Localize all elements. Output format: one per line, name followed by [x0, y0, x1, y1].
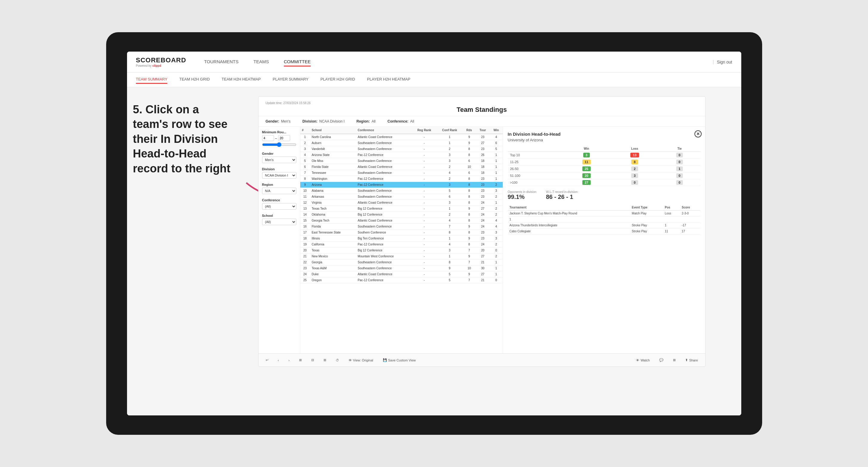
- gender-filter-select[interactable]: Men's: [262, 157, 297, 163]
- toolbar-paste[interactable]: ⊟: [309, 357, 316, 363]
- table-row[interactable]: 23 Texas A&M Southeastern Conference - 9…: [300, 266, 503, 271]
- table-row[interactable]: 14 Oklahoma Big 12 Conference - 2 8 24 2: [300, 212, 503, 218]
- toolbar-paste2[interactable]: ⊞: [321, 357, 329, 363]
- share-icon: ⬆: [685, 358, 688, 362]
- h2h-tie: 0: [659, 179, 700, 186]
- sub-nav-player-h2h-heatmap[interactable]: PLAYER H2H HEATMAP: [367, 75, 410, 84]
- sub-nav-player-summary[interactable]: PLAYER SUMMARY: [273, 75, 309, 84]
- table-row[interactable]: 1 North Carolina Atlantic Coast Conferen…: [300, 134, 503, 140]
- table-row[interactable]: 4 Arizona State Pac-12 Conference - 3 8 …: [300, 152, 503, 158]
- school-filter-select[interactable]: (All): [262, 219, 297, 225]
- h2h-close-button[interactable]: ✕: [694, 130, 702, 137]
- table-row[interactable]: 18 Illinois Big Ten Conference - 1 9 23 …: [300, 236, 503, 242]
- cell-tour: 18: [475, 170, 490, 176]
- tournament-header-row: Tournament Event Type Pos Score: [508, 205, 701, 211]
- table-row[interactable]: 24 Duke Atlantic Coast Conference - 5 9 …: [300, 271, 503, 277]
- table-row[interactable]: 7 Tennessee Southeastern Conference - 4 …: [300, 170, 503, 176]
- table-row[interactable]: 6 Florida State Atlantic Coast Conferenc…: [300, 164, 503, 170]
- toolbar-save-custom[interactable]: 💾 Save Custom View: [380, 357, 418, 363]
- t-name: 1: [508, 217, 630, 222]
- toolbar-watch[interactable]: 👁 Watch: [633, 357, 652, 363]
- cell-conference: Big 12 Conference: [356, 248, 412, 253]
- cell-win: 4: [490, 224, 503, 229]
- t-type: [630, 217, 663, 222]
- sub-nav-player-h2h-grid[interactable]: PLAYER H2H GRID: [320, 75, 355, 84]
- col-rank: #: [300, 127, 310, 134]
- panel-header: Update time: 27/03/2024 15:56:26 Team St…: [258, 97, 705, 116]
- region-filter-label: Region: [262, 183, 297, 186]
- table-row[interactable]: 2 Auburn Southeastern Conference - 1 9 2…: [300, 140, 503, 146]
- annotation-text: 5. Click on a team's row to see their In…: [133, 102, 235, 176]
- toolbar-comment[interactable]: 💬: [657, 357, 666, 363]
- cell-conference: Atlantic Coast Conference: [356, 218, 412, 224]
- watch-icon: 👁: [636, 359, 639, 362]
- table-row[interactable]: 17 East Tennessee State Southern Confere…: [300, 229, 503, 236]
- cell-rds: 9: [463, 140, 476, 146]
- table-row[interactable]: 13 Texas Tech Big 12 Conference - 1 9 27…: [300, 206, 503, 212]
- toolbar-view-original[interactable]: 👁 View: Original: [346, 357, 376, 363]
- cell-rds: 8: [463, 229, 476, 236]
- table-row[interactable]: 9 Arizona Pac-12 Conference - 3 8 23 2: [300, 182, 503, 188]
- cell-rank: 6: [300, 164, 310, 170]
- cell-rds: 8: [463, 242, 476, 248]
- cell-school: Arkansas: [310, 194, 356, 200]
- min-rounds-slider[interactable]: [262, 142, 297, 147]
- toolbar-back[interactable]: ‹: [276, 357, 281, 363]
- nav-committee[interactable]: COMMITTEE: [284, 58, 311, 66]
- toolbar-layout[interactable]: ⊞: [671, 357, 678, 363]
- filter-group-conference: Conference (All): [262, 198, 297, 210]
- min-rounds-max-input[interactable]: [278, 135, 290, 141]
- table-row[interactable]: 10 Alabama Southeastern Conference - 5 8…: [300, 188, 503, 194]
- table-row[interactable]: 25 Oregon Pac-12 Conference - 5 7 21 0: [300, 277, 503, 283]
- table-row[interactable]: 3 Vanderbilt Southeastern Conference - 2…: [300, 146, 503, 152]
- sub-nav-team-summary[interactable]: TEAM SUMMARY: [136, 75, 167, 84]
- cell-rank: 21: [300, 253, 310, 259]
- region-filter-select[interactable]: N/A: [262, 188, 297, 194]
- cell-tour: 24: [475, 224, 490, 229]
- cell-rds: 7: [463, 277, 476, 283]
- cell-school: Florida State: [310, 164, 356, 170]
- toolbar-undo[interactable]: ↩: [263, 357, 271, 363]
- cell-win: 3: [490, 236, 503, 242]
- cell-rds: 9: [463, 134, 476, 140]
- h2h-col-tie: Tie: [659, 146, 700, 152]
- gender-filter-label: Gender: [262, 152, 297, 155]
- table-row[interactable]: 12 Virginia Atlantic Coast Conference - …: [300, 200, 503, 206]
- filter-group-region: Region N/A: [262, 183, 297, 194]
- sub-nav-team-h2h-heatmap[interactable]: TEAM H2H HEATMAP: [221, 75, 260, 84]
- t-col-type: Event Type: [630, 205, 663, 211]
- table-row[interactable]: 8 Washington Pac-12 Conference - 2 8 23 …: [300, 176, 503, 182]
- toolbar-copy[interactable]: ⊞: [297, 357, 304, 363]
- t-score: -17: [680, 222, 700, 228]
- main-panel: Update time: 27/03/2024 15:56:26 Team St…: [258, 96, 706, 367]
- cell-reg-rank: -: [412, 236, 437, 242]
- toolbar-forward[interactable]: ›: [286, 357, 292, 363]
- sign-out-button[interactable]: Sign out: [717, 60, 732, 64]
- division-filter-select[interactable]: NCAA Division I: [262, 172, 297, 179]
- table-row[interactable]: 11 Arkansas Southeastern Conference - 6 …: [300, 194, 503, 200]
- cell-conference: Southeastern Conference: [356, 194, 412, 200]
- cell-tour: 27: [475, 206, 490, 212]
- table-row[interactable]: 19 California Pac-12 Conference - 4 8 24…: [300, 242, 503, 248]
- toolbar-time[interactable]: ⏱: [333, 357, 341, 363]
- table-row[interactable]: 20 Texas Big 12 Conference - 3 7 20 0: [300, 248, 503, 253]
- conference-filter-select[interactable]: (All): [262, 203, 297, 210]
- nav-teams[interactable]: TEAMS: [253, 58, 269, 66]
- toolbar-share[interactable]: ⬆ Share: [683, 357, 700, 363]
- left-section: Minimum Rou... – Gender: [258, 127, 503, 353]
- cell-tour: 23: [475, 176, 490, 182]
- sub-nav-team-h2h-grid[interactable]: TEAM H2H GRID: [179, 75, 210, 84]
- table-row[interactable]: 21 New Mexico Mountain West Conference -…: [300, 253, 503, 259]
- cell-rank: 19: [300, 242, 310, 248]
- t-pos: Loss: [663, 211, 680, 217]
- cell-school: Ole Miss: [310, 158, 356, 164]
- min-rounds-input[interactable]: [262, 135, 274, 141]
- table-row[interactable]: 16 Florida Southeastern Conference - 7 9…: [300, 224, 503, 229]
- h2h-loss: 3: [611, 173, 659, 179]
- cell-rds: 9: [463, 206, 476, 212]
- table-row[interactable]: 22 Georgia Southeastern Conference - 8 7…: [300, 259, 503, 266]
- table-row[interactable]: 5 Ole Miss Southeastern Conference - 3 6…: [300, 158, 503, 164]
- table-row[interactable]: 15 Georgia Tech Atlantic Coast Conferenc…: [300, 218, 503, 224]
- cell-school: Oklahoma: [310, 212, 356, 218]
- nav-tournaments[interactable]: TOURNAMENTS: [204, 58, 239, 66]
